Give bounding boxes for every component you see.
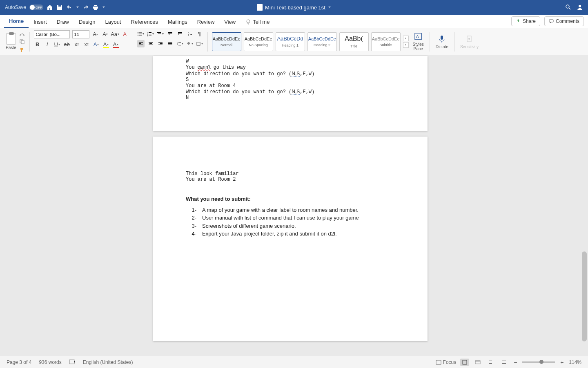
print-icon[interactable] — [92, 4, 99, 11]
zoom-slider[interactable] — [522, 361, 555, 363]
scrollbar-thumb[interactable] — [582, 251, 587, 341]
style-normal[interactable]: AaBbCcDdEe Normal — [212, 32, 241, 51]
title-dropdown-icon[interactable] — [328, 4, 331, 11]
autosave-toggle[interactable]: OFF — [29, 4, 43, 10]
tab-draw[interactable]: Draw — [52, 16, 74, 28]
italic-button[interactable]: I — [44, 41, 51, 48]
search-icon[interactable] — [565, 4, 572, 11]
bold-button[interactable]: B — [34, 41, 41, 48]
align-center-button[interactable] — [147, 40, 154, 47]
zoom-slider-knob[interactable] — [539, 360, 543, 364]
tab-references[interactable]: References — [126, 16, 163, 28]
change-case-button[interactable]: Aa — [111, 31, 119, 38]
home-icon[interactable] — [47, 4, 53, 11]
underline-button[interactable]: U — [53, 41, 61, 48]
svg-rect-21 — [158, 34, 161, 34]
qat-customize-icon[interactable] — [102, 4, 105, 11]
style-subtitle[interactable]: AaBbCcDdEe Subtitle — [371, 32, 401, 51]
bullets-button[interactable] — [137, 30, 145, 38]
shading-button[interactable] — [186, 40, 194, 47]
decrease-font-button[interactable]: A▾ — [102, 31, 109, 38]
language-indicator[interactable]: English (United States) — [83, 359, 133, 365]
tab-home[interactable]: Home — [4, 15, 29, 28]
dictate-button[interactable]: Dictate — [434, 34, 450, 49]
autosave-label: AutoSave — [5, 4, 26, 10]
copy-button[interactable] — [19, 38, 25, 45]
svg-rect-37 — [158, 42, 163, 43]
zoom-level[interactable]: 114% — [569, 359, 581, 365]
tab-design[interactable]: Design — [74, 16, 100, 28]
outline-view-button[interactable] — [486, 359, 495, 366]
page-prev[interactable]: W You cann't go this way Which direction… — [153, 56, 428, 131]
paste-button[interactable]: Paste — [6, 33, 16, 50]
font-size-input[interactable] — [72, 30, 89, 38]
multilevel-list-button[interactable] — [157, 30, 164, 38]
redo-icon[interactable] — [82, 4, 89, 11]
zoom-in-button[interactable]: + — [559, 359, 565, 365]
strikethrough-button[interactable]: ab — [63, 41, 71, 48]
sensitivity-icon — [465, 34, 474, 43]
tab-tellme[interactable]: Tell me — [241, 16, 274, 28]
svg-rect-53 — [436, 360, 441, 364]
tab-layout[interactable]: Layout — [100, 16, 126, 28]
tab-view[interactable]: View — [219, 16, 241, 28]
style-heading2[interactable]: AaBbCcDdEe Heading 2 — [307, 32, 337, 51]
show-marks-button[interactable]: ¶ — [196, 30, 203, 38]
page-current[interactable]: This look familiar You are at Room 2 Wha… — [153, 137, 428, 341]
styles-pane-button[interactable]: A Styles Pane — [411, 32, 425, 51]
justify-button[interactable] — [167, 40, 174, 47]
draft-view-button[interactable] — [499, 359, 508, 366]
decrease-indent-button[interactable] — [167, 30, 174, 38]
styles-scroll-down[interactable]: › — [403, 42, 409, 48]
undo-icon[interactable] — [66, 4, 73, 11]
zoom-out-button[interactable]: − — [512, 359, 518, 365]
tab-review[interactable]: Review — [192, 16, 220, 28]
style-title[interactable]: AaBb( Title — [339, 32, 369, 51]
focus-mode-button[interactable]: Focus — [436, 359, 457, 365]
highlight-color-button[interactable]: A — [102, 41, 110, 48]
font-name-input[interactable] — [34, 30, 70, 38]
increase-indent-button[interactable] — [176, 30, 184, 38]
cut-button[interactable] — [19, 30, 25, 37]
page-indicator[interactable]: Page 3 of 4 — [7, 359, 31, 365]
styles-scroll-up[interactable]: ‹ — [403, 36, 409, 41]
tab-insert[interactable]: Insert — [29, 16, 52, 28]
document-title-area: Mini Text-based game 1st — [257, 4, 331, 11]
format-painter-button[interactable] — [19, 47, 25, 53]
subscript-button[interactable]: x2 — [73, 41, 80, 48]
sort-button[interactable]: AZ — [186, 30, 194, 38]
clear-formatting-button[interactable]: A — [121, 31, 129, 38]
user-account-icon[interactable] — [577, 4, 583, 11]
svg-rect-13 — [139, 35, 142, 35]
svg-rect-58 — [490, 362, 493, 362]
numbering-button[interactable]: 123 — [147, 30, 154, 38]
increase-font-button[interactable]: A▴ — [92, 31, 99, 38]
focus-icon — [436, 360, 441, 365]
style-nospacing[interactable]: AaBbCcDdEe No Spacing — [244, 32, 273, 51]
save-icon[interactable] — [56, 4, 63, 11]
svg-rect-38 — [160, 43, 163, 44]
superscript-button[interactable]: x2 — [83, 41, 90, 48]
vertical-scrollbar[interactable] — [582, 55, 587, 356]
word-count[interactable]: 936 words — [39, 359, 61, 365]
print-layout-view-button[interactable] — [460, 359, 469, 366]
style-name: Title — [350, 44, 357, 48]
spelling-check-icon[interactable] — [69, 359, 76, 365]
line-spacing-button[interactable] — [176, 40, 184, 47]
svg-point-10 — [138, 34, 138, 34]
share-button[interactable]: Share — [511, 16, 540, 26]
web-layout-view-button[interactable] — [473, 359, 482, 366]
comments-button[interactable]: Comments — [544, 16, 584, 26]
font-color-button[interactable]: A — [112, 41, 120, 48]
quick-access-toolbar: AutoSave OFF — [5, 4, 105, 11]
tab-mailings[interactable]: Mailings — [163, 16, 192, 28]
style-heading1[interactable]: AaBbCcDd Heading 1 — [276, 32, 305, 51]
borders-button[interactable] — [196, 40, 203, 47]
undo-dropdown-icon[interactable] — [76, 4, 79, 11]
align-left-button[interactable] — [137, 40, 145, 47]
document-scroll[interactable]: W You cann't go this way Which direction… — [0, 55, 581, 356]
text-effects-button[interactable]: A — [93, 41, 100, 48]
align-right-button[interactable] — [157, 40, 164, 47]
list-item: 4-Export your Java project folder, zip i… — [186, 230, 395, 238]
paste-label: Paste — [6, 45, 16, 50]
